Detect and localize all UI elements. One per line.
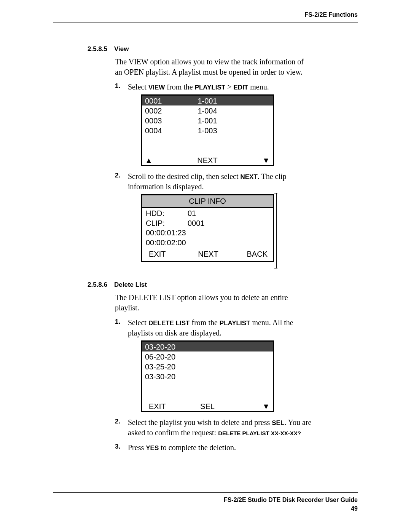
timecode-line: 00:00:02:00 — [142, 238, 273, 248]
down-arrow-icon: ▼ — [228, 401, 270, 412]
next-label: NEXT — [186, 155, 228, 166]
list-row: 06-20-20 — [142, 351, 273, 361]
footer-rule — [53, 492, 358, 493]
exit-label: EXIT — [145, 401, 186, 412]
section-title: Delete List — [114, 281, 147, 289]
next-label: NEXT — [188, 249, 228, 259]
lcd-title: CLIP INFO — [142, 195, 273, 208]
list-row: 03-20-20 — [142, 342, 273, 351]
lcd-screen-clipinfo: CLIP INFO HDD: 01 CLIP: 0001 00:00:01:23… — [141, 194, 274, 262]
step-item: Scroll to the desired clip, then select … — [115, 171, 312, 262]
section-intro: The DELETE LIST option allows you to del… — [115, 292, 312, 313]
step-item: Select the playlist you wish to delete a… — [115, 417, 312, 438]
list-row: 0002 1-004 — [142, 105, 273, 115]
down-arrow-icon: ▼ — [228, 155, 270, 166]
section-number: 2.5.8.5 — [88, 45, 107, 53]
step-item: Select DELETE LIST from the PLAYLIST men… — [115, 318, 312, 412]
list-row: 0003 1-001 — [142, 115, 273, 125]
section-number: 2.5.8.6 — [88, 281, 107, 289]
sel-label: SEL — [186, 401, 228, 412]
section-heading-delete: 2.5.8.6 Delete List — [88, 281, 312, 289]
list-row: 0004 1-003 — [142, 125, 273, 135]
back-label: BACK — [228, 249, 268, 259]
section-title: View — [114, 45, 129, 53]
lcd-screen-view: 0001 1-001 0002 1-004 0003 1-001 — [141, 94, 274, 166]
step-item: Press YES to complete the deletion. — [115, 443, 312, 453]
info-line: HDD: 01 — [142, 208, 273, 218]
section-heading-view: 2.5.8.5 View — [88, 45, 312, 53]
step-item: Select VIEW from the PLAYLIST > EDIT men… — [115, 82, 312, 166]
list-row: 0001 1-001 — [142, 96, 273, 105]
footer-title: FS-2/2E Studio DTE Disk Recorder User Gu… — [53, 496, 358, 504]
page-number: 49 — [53, 505, 358, 513]
section-intro: The VIEW option allows you to view the t… — [115, 57, 312, 77]
page-header: FS-2/2E Functions — [53, 11, 358, 22]
lcd-footer: EXIT SEL ▼ — [142, 401, 273, 411]
page-footer: FS-2/2E Studio DTE Disk Recorder User Gu… — [53, 492, 358, 513]
dimension-bracket — [276, 193, 277, 268]
info-line: CLIP: 0001 — [142, 218, 273, 228]
lcd-footer: ▲ NEXT ▼ — [142, 155, 273, 165]
exit-label: EXIT — [149, 249, 188, 259]
lcd-screen-delete: 03-20-20 06-20-20 03-25-20 — [141, 340, 274, 412]
list-row: 03-25-20 — [142, 361, 273, 371]
up-arrow-icon: ▲ — [145, 155, 186, 166]
timecode-line: 00:00:01:23 — [142, 228, 273, 238]
lcd-footer: EXIT NEXT BACK — [142, 248, 273, 261]
list-row: 03-30-20 — [142, 371, 273, 381]
